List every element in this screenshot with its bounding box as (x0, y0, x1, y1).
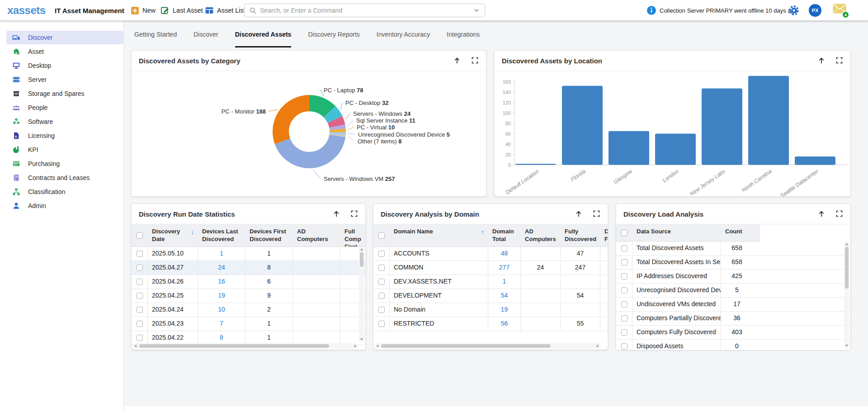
sort-up-icon[interactable]: ↑ (481, 228, 484, 236)
column-header[interactable]: Discovery Date↓ (148, 224, 198, 246)
row-checkbox[interactable] (137, 293, 143, 299)
table-row[interactable]: Total Discovered Assets In Service658 (616, 256, 850, 270)
table-cell[interactable]: 19 (488, 303, 521, 317)
row-checkbox[interactable] (137, 307, 143, 313)
row-checkbox[interactable] (378, 321, 385, 327)
row-checkbox[interactable] (137, 251, 143, 257)
sidebar-item-admin[interactable]: Admin (6, 199, 123, 213)
select-all-checkbox[interactable] (378, 232, 385, 239)
tab-discovered-assets[interactable]: Discovered Assets (235, 27, 292, 47)
row-checkbox[interactable] (137, 321, 143, 327)
column-header[interactable]: Domain Name↑ (390, 224, 488, 246)
table-row[interactable]: RESTRICTED5655 (373, 317, 608, 331)
table-row[interactable]: 2025.04.27248 (132, 261, 365, 275)
mail-icon[interactable]: 4 (833, 4, 851, 19)
table-row[interactable]: Disposed Assets0 (616, 340, 850, 350)
table-cell[interactable]: 16 (198, 275, 245, 289)
column-header[interactable]: DomainTotal (488, 224, 521, 246)
table-cell[interactable]: 48 (488, 247, 521, 260)
last-asset-button[interactable]: Last Asset (160, 5, 203, 16)
table-row[interactable]: DEV.XASSETS.NET1 (373, 275, 608, 289)
table-row[interactable]: 2025.04.24102 (132, 303, 365, 317)
avatar[interactable]: PX (809, 4, 821, 17)
table-row[interactable]: 2025.05.1011 (132, 247, 365, 261)
table-cell[interactable]: 10 (198, 303, 245, 317)
sidebar-item-server[interactable]: Server (6, 73, 123, 86)
sidebar-item-classification[interactable]: Classification (6, 185, 123, 199)
expand-icon[interactable] (471, 57, 479, 65)
select-all-checkbox[interactable] (137, 232, 143, 239)
expand-icon[interactable] (350, 210, 358, 218)
sidebar-item-kpi[interactable]: KPI (6, 143, 123, 156)
search-input[interactable] (260, 7, 473, 14)
table-row[interactable]: 2025.04.26166 (132, 275, 365, 289)
row-checkbox[interactable] (621, 287, 627, 294)
gear-icon[interactable] (788, 5, 799, 16)
export-up-arrow-icon[interactable] (453, 57, 461, 65)
row-checkbox[interactable] (378, 265, 385, 271)
chevron-down-icon[interactable] (473, 7, 480, 14)
sidebar-item-software[interactable]: Software (6, 115, 123, 128)
row-checkbox[interactable] (621, 301, 627, 308)
table-row[interactable]: IP Addresses Discovered425 (616, 270, 850, 284)
expand-icon[interactable] (593, 210, 600, 218)
expand-icon[interactable] (835, 210, 843, 218)
vertical-scrollbar[interactable] (359, 247, 364, 342)
table-cell[interactable]: 8 (198, 331, 245, 345)
row-checkbox[interactable] (621, 329, 627, 336)
table-cell[interactable]: 277 (488, 261, 521, 275)
table-row[interactable]: Computers Fully Discovered403 (616, 326, 850, 340)
row-checkbox[interactable] (378, 293, 385, 299)
export-up-arrow-icon[interactable] (817, 57, 826, 65)
vertical-scrollbar[interactable] (844, 242, 849, 348)
column-header[interactable]: FullyDiscovered (561, 224, 600, 246)
column-header[interactable]: Devices LastDiscovered (198, 224, 245, 246)
column-header[interactable]: DisFail (600, 224, 608, 246)
horizontal-scrollbar[interactable] (133, 343, 358, 349)
table-cell[interactable]: 19 (198, 289, 245, 303)
table-row[interactable]: COMMON27724247 (373, 261, 608, 275)
row-checkbox[interactable] (621, 273, 627, 279)
export-up-arrow-icon[interactable] (817, 210, 826, 218)
select-all-checkbox[interactable] (621, 230, 627, 236)
expand-icon[interactable] (835, 57, 843, 65)
table-row[interactable]: Unrecognised Discovered Devices5 (616, 284, 850, 298)
sidebar-item-storage-and-spares[interactable]: Storage and Spares (6, 87, 123, 100)
column-header[interactable]: ADComputers (521, 224, 561, 246)
row-checkbox[interactable] (621, 259, 627, 265)
tab-inventory-accuracy[interactable]: Inventory Accuracy (377, 27, 430, 47)
tab-discover[interactable]: Discover (193, 27, 218, 47)
table-row[interactable]: Undiscovered VMs detected17 (616, 298, 850, 312)
sidebar-item-desktop[interactable]: Desktop (6, 59, 123, 72)
column-header[interactable]: Full CompFirst Disc (340, 224, 365, 246)
export-up-arrow-icon[interactable] (332, 210, 340, 218)
info-icon[interactable] (646, 5, 656, 15)
command-search[interactable] (244, 4, 485, 17)
table-cell[interactable]: 24 (198, 261, 245, 275)
row-checkbox[interactable] (621, 245, 627, 251)
table-cell[interactable]: 7 (198, 317, 245, 331)
column-header[interactable]: Devices FirstDiscovered (245, 224, 293, 246)
table-cell[interactable]: 54 (488, 289, 521, 303)
row-checkbox[interactable] (378, 307, 385, 313)
sidebar-item-licensing[interactable]: Licensing (6, 129, 123, 142)
table-row[interactable]: DEVELOPMENT5454 (373, 289, 608, 303)
tab-integrations[interactable]: Integrations (447, 27, 480, 47)
table-row[interactable]: Total Discovered Assets658 (616, 242, 850, 256)
horizontal-scrollbar[interactable] (375, 343, 600, 349)
sidebar-item-people[interactable]: People (6, 101, 123, 114)
row-checkbox[interactable] (621, 315, 627, 322)
table-row[interactable]: 2025.04.25199 (132, 289, 365, 303)
sidebar-item-contracts-and-leases[interactable]: Contracts and Leases (6, 171, 123, 185)
column-header[interactable]: AD Computers (293, 224, 340, 246)
row-checkbox[interactable] (137, 335, 143, 341)
tab-getting-started[interactable]: Getting Started (134, 27, 177, 47)
xassets-logo[interactable]: xassets (7, 4, 46, 17)
new-button[interactable]: New (131, 5, 156, 16)
table-row[interactable]: Computers Partially Discovered36 (616, 312, 850, 326)
table-cell[interactable]: 1 (488, 275, 521, 289)
row-checkbox[interactable] (378, 279, 385, 285)
sidebar-item-purchasing[interactable]: Purchasing (6, 157, 123, 170)
asset-list-button[interactable]: Asset List (205, 5, 245, 16)
export-up-arrow-icon[interactable] (575, 210, 583, 218)
